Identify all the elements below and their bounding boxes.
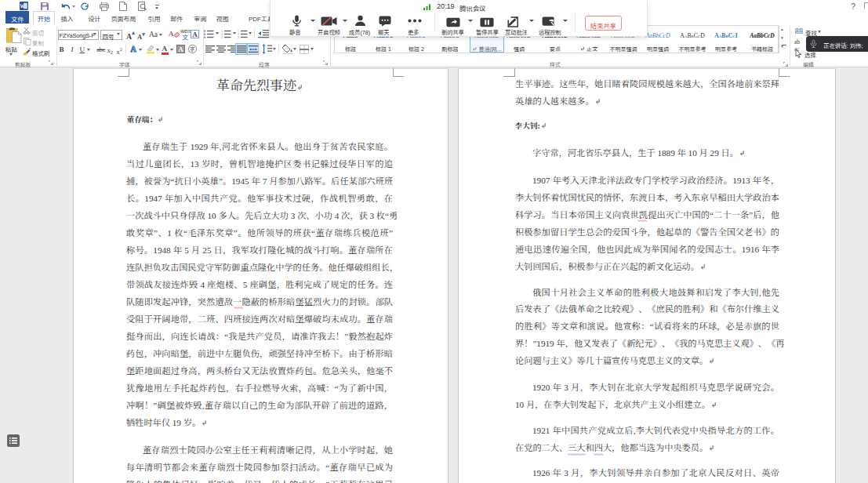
svg-text:3.: 3. — [221, 36, 223, 38]
svg-text:3.: 3. — [238, 36, 240, 38]
